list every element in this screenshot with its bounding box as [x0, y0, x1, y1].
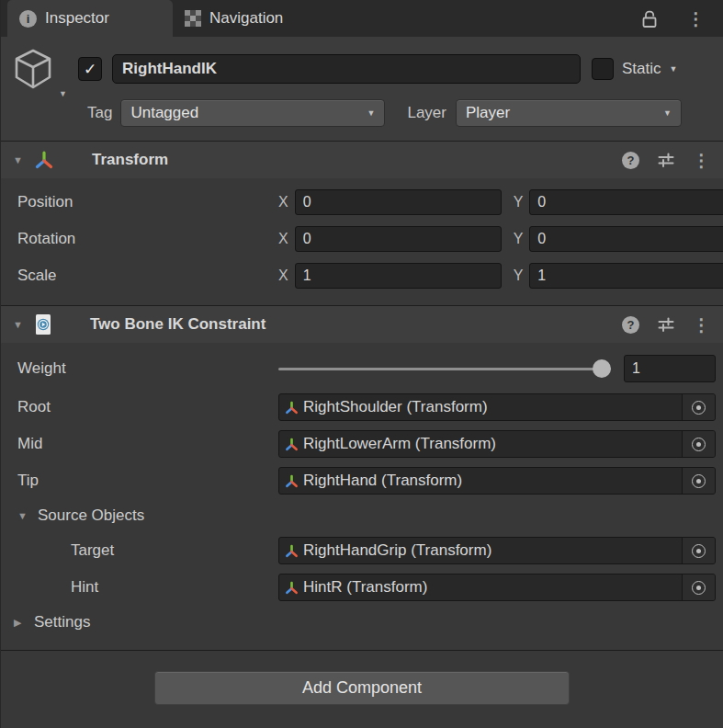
axis-y-label: Y: [514, 267, 524, 284]
transform-header[interactable]: ▼ Transform ? ⋮: [1, 142, 723, 178]
axis-x-label: X: [278, 194, 288, 210]
layer-dropdown[interactable]: Player ▼: [456, 99, 682, 127]
hint-label: Hint: [1, 578, 278, 597]
target-label: Target: [1, 541, 278, 560]
tip-label: Tip: [1, 472, 278, 490]
two-bone-ik-header[interactable]: ▼ Two Bone IK Constraint ? ⋮: [1, 306, 723, 343]
source-objects-label: Source Objects: [38, 506, 144, 525]
mid-object-field[interactable]: RightLowerArm (Transform): [278, 430, 716, 458]
axis-y-label: Y: [514, 194, 524, 210]
object-picker-icon: [692, 401, 706, 415]
gameobject-cube-icon: [12, 47, 54, 91]
settings-label: Settings: [34, 613, 90, 631]
rotation-x-field[interactable]: [295, 226, 502, 252]
presets-icon[interactable]: [657, 315, 675, 334]
transform-icon: [34, 150, 54, 170]
presets-icon[interactable]: [657, 151, 675, 169]
script-icon: [34, 313, 52, 336]
root-row: Root RightShoulder (Transform): [1, 389, 723, 426]
navmesh-icon: [185, 10, 201, 27]
position-y-field[interactable]: [529, 189, 723, 215]
component-menu-kebab-icon[interactable]: ⋮: [693, 316, 710, 334]
inspector-footer: Add Component: [1, 650, 723, 728]
lock-icon[interactable]: [639, 8, 660, 28]
root-object-value: RightShoulder (Transform): [303, 398, 682, 416]
foldout-open-icon[interactable]: ▼: [17, 510, 38, 521]
layer-label: Layer: [407, 104, 446, 122]
rotation-label: Rotation: [1, 230, 278, 248]
tag-dropdown[interactable]: Untagged ▼: [120, 99, 385, 127]
transform-mini-icon: [285, 438, 299, 451]
mid-row: Mid RightLowerArm (Transform): [1, 426, 723, 462]
foldout-open-icon[interactable]: ▼: [13, 319, 26, 330]
settings-foldout[interactable]: ▶ Settings: [1, 606, 723, 639]
add-component-button[interactable]: Add Component: [154, 671, 570, 705]
help-icon[interactable]: ?: [622, 316, 639, 334]
target-object-value: RightHandGrip (Transform): [303, 541, 682, 560]
root-object-field[interactable]: RightShoulder (Transform): [278, 393, 716, 421]
target-object-field[interactable]: RightHandGrip (Transform): [278, 537, 716, 564]
foldout-closed-icon[interactable]: ▶: [14, 617, 34, 629]
transform-mini-icon: [285, 401, 299, 415]
foldout-open-icon[interactable]: ▼: [13, 154, 26, 165]
scale-label: Scale: [1, 267, 278, 285]
gameobject-name-input[interactable]: [112, 54, 581, 84]
scale-x-field[interactable]: [295, 263, 502, 289]
weight-label: Weight: [1, 359, 278, 378]
mid-label: Mid: [1, 435, 278, 453]
object-picker-button[interactable]: [682, 468, 715, 494]
axis-x-label: X: [278, 231, 288, 247]
static-label: Static: [622, 60, 661, 78]
object-picker-button[interactable]: [682, 538, 715, 563]
tab-navigation-label: Navigation: [209, 9, 283, 28]
tab-inspector-label: Inspector: [45, 9, 109, 28]
hint-object-value: HintR (Transform): [303, 578, 682, 597]
gameobject-header: ▼ ✓ Static ▼ Tag Untagged ▼ Layer Player…: [1, 37, 723, 141]
rotation-y-field[interactable]: [529, 226, 723, 252]
tag-label: Tag: [87, 104, 112, 122]
mid-object-value: RightLowerArm (Transform): [303, 435, 682, 453]
tip-object-field[interactable]: RightHand (Transform): [278, 467, 716, 495]
static-caret-icon[interactable]: ▼: [670, 64, 678, 74]
active-checkbox[interactable]: ✓: [78, 57, 102, 81]
object-picker-icon: [692, 438, 706, 451]
tip-row: Tip RightHand (Transform): [1, 462, 723, 499]
axis-x-label: X: [278, 267, 288, 284]
component-menu-kebab-icon[interactable]: ⋮: [693, 152, 710, 169]
source-objects-foldout[interactable]: ▼ Source Objects: [1, 499, 723, 532]
layer-value: Player: [466, 104, 510, 122]
tab-inspector[interactable]: i Inspector: [7, 0, 173, 37]
transform-mini-icon: [285, 581, 299, 595]
two-bone-ik-component: ▼ Two Bone IK Constraint ? ⋮ Weight: [1, 305, 723, 650]
object-picker-button[interactable]: [682, 574, 715, 600]
transform-title: Transform: [92, 151, 168, 169]
tag-value: Untagged: [130, 104, 198, 122]
position-x-field[interactable]: [295, 189, 502, 215]
weight-slider[interactable]: [278, 359, 611, 378]
help-icon[interactable]: ?: [622, 152, 639, 169]
slider-handle[interactable]: [593, 359, 611, 378]
target-row: Target RightHandGrip (Transform): [1, 532, 723, 569]
slider-track: [278, 368, 611, 370]
object-picker-button[interactable]: [682, 431, 715, 457]
chevron-down-icon: ▼: [663, 108, 672, 118]
weight-value-field[interactable]: [624, 355, 716, 382]
root-label: Root: [1, 398, 278, 416]
position-label: Position: [1, 193, 278, 211]
tab-navigation[interactable]: Navigation: [173, 0, 361, 37]
hint-row: Hint HintR (Transform): [1, 569, 723, 606]
object-picker-button[interactable]: [682, 394, 715, 420]
scale-y-field[interactable]: [529, 263, 723, 289]
axis-y-label: Y: [514, 231, 524, 247]
two-bone-ik-title: Two Bone IK Constraint: [90, 315, 265, 334]
tab-bar: i Inspector Navigation ⋮: [1, 0, 723, 37]
transform-mini-icon: [285, 544, 299, 558]
object-picker-icon: [692, 544, 706, 558]
inspector-menu-kebab-icon[interactable]: ⋮: [687, 10, 705, 28]
transform-component: ▼ Transform ? ⋮ Position X Y: [1, 141, 723, 305]
static-checkbox[interactable]: [592, 58, 614, 80]
gameobject-options-caret-icon[interactable]: ▼: [59, 89, 67, 98]
info-icon: i: [19, 10, 37, 28]
hint-object-field[interactable]: HintR (Transform): [278, 574, 716, 601]
object-picker-icon: [692, 474, 706, 488]
